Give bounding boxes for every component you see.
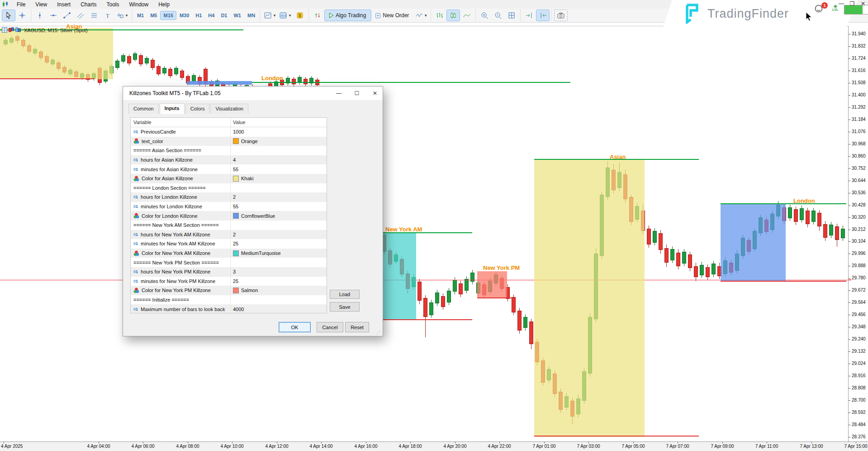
table-row[interactable]: 01Maximum number of bars to look back400… xyxy=(131,304,327,313)
notifications-icon[interactable]: 1 xyxy=(814,4,826,15)
trendline-icon[interactable] xyxy=(61,10,73,21)
table-row[interactable]: ====== New York AM Section ====== xyxy=(131,221,327,230)
crosshair-icon[interactable] xyxy=(16,10,28,21)
shift-end-icon[interactable] xyxy=(536,10,549,21)
horizontal-line-icon[interactable] xyxy=(47,10,60,21)
zoom-in-icon[interactable] xyxy=(478,10,491,21)
table-row[interactable]: 01minutes for New York AM Killzone25 xyxy=(131,239,327,249)
param-value-cell[interactable]: 25 xyxy=(230,239,327,249)
text-icon[interactable]: T xyxy=(101,10,114,21)
tab-visualization[interactable]: Visualization xyxy=(210,104,248,114)
timeframe-d1[interactable]: D1 xyxy=(218,11,230,19)
menu-item-view[interactable]: View xyxy=(30,1,52,8)
table-row[interactable]: Color for New York AM KillzoneMediumTurq… xyxy=(131,249,327,258)
algo-trading-button[interactable]: Algo Trading xyxy=(325,10,371,21)
zoom-out-icon[interactable] xyxy=(492,10,504,21)
template-icon[interactable]: ▼ xyxy=(278,10,293,21)
table-row[interactable]: 01minutes for New York PM Killzone25 xyxy=(131,277,327,286)
menu-item-help[interactable]: Help xyxy=(153,1,175,8)
load-button[interactable]: Load xyxy=(330,290,360,299)
dollar-icon[interactable]: $ xyxy=(294,10,306,21)
param-value-cell[interactable]: MediumTurquoise xyxy=(230,249,327,258)
dialog-maximize-button[interactable]: ☐ xyxy=(354,90,360,96)
shapes-icon[interactable]: ▼ xyxy=(115,10,129,21)
param-value-cell[interactable] xyxy=(230,295,327,305)
save-button[interactable]: Save xyxy=(330,302,360,312)
timeframe-mn[interactable]: MN xyxy=(245,11,258,19)
camera-icon[interactable] xyxy=(554,10,568,21)
param-value-cell[interactable]: 4 xyxy=(230,155,327,165)
menu-item-insert[interactable]: Insert xyxy=(52,1,76,8)
tab-common[interactable]: Common xyxy=(128,104,159,114)
table-row[interactable]: ====== Initialize ====== xyxy=(131,295,327,305)
bars-chart-icon[interactable] xyxy=(433,10,446,21)
price-axis[interactable]: 31.94031.83231.72431.61631.50831.40031.2… xyxy=(848,26,868,441)
fibonacci-icon[interactable] xyxy=(88,10,100,21)
table-row[interactable]: 01hours for New York AM Killzone2 xyxy=(131,230,327,240)
timeframe-h1[interactable]: H1 xyxy=(193,11,204,19)
param-value-cell[interactable] xyxy=(230,146,327,155)
timeframe-m15[interactable]: M15 xyxy=(161,11,175,19)
cancel-button[interactable]: Cancel xyxy=(317,322,343,332)
one-click-trading-icon[interactable] xyxy=(9,26,14,34)
table-row[interactable]: Color for New York PM KillzoneSalmon xyxy=(131,286,327,295)
table-row[interactable]: 01hours for Asian Killzone4 xyxy=(131,155,327,165)
shift-right-icon[interactable] xyxy=(523,10,536,21)
zigzag-icon[interactable]: ▼ xyxy=(415,10,428,21)
param-value-cell[interactable]: Khaki xyxy=(230,174,327,183)
tile-windows-icon[interactable] xyxy=(505,10,518,21)
param-value-cell[interactable] xyxy=(230,258,327,267)
menu-item-file[interactable]: File xyxy=(12,1,30,8)
menu-item-window[interactable]: Window xyxy=(124,1,154,8)
table-row[interactable]: 01hours for London Killzone2 xyxy=(131,192,327,202)
param-value-cell[interactable]: 2 xyxy=(230,192,327,202)
reset-button[interactable]: Reset xyxy=(345,322,369,332)
table-row[interactable]: Color for Asian KillzoneKhaki xyxy=(131,174,327,183)
dialog-minimize-button[interactable]: — xyxy=(336,90,342,96)
param-value-cell[interactable]: 55 xyxy=(230,202,327,211)
chart-type-icon[interactable]: ▼ xyxy=(263,10,277,21)
dialog-close-button[interactable]: ✕ xyxy=(372,90,378,96)
tab-colors[interactable]: Colors xyxy=(185,104,210,114)
channel-icon[interactable] xyxy=(74,10,87,21)
timeframe-m5[interactable]: M5 xyxy=(147,11,160,19)
table-row[interactable]: 01minutes for Asian Killzone55 xyxy=(131,164,327,174)
table-row[interactable]: Color for London KillzoneCornflowerBlue xyxy=(131,211,327,221)
param-value-cell[interactable] xyxy=(230,221,327,230)
vertical-line-icon[interactable] xyxy=(33,10,46,21)
table-row[interactable]: 01PreviousCandle1000 xyxy=(131,127,327,137)
timeframe-h4[interactable]: H4 xyxy=(205,11,217,19)
candles-chart-icon[interactable] xyxy=(447,10,460,21)
line-chart-icon[interactable] xyxy=(460,10,473,21)
table-row[interactable]: 01hours for New York PM Killzone3 xyxy=(131,267,327,277)
param-value-cell[interactable]: 1000 xyxy=(230,127,327,137)
menu-item-tools[interactable]: Tools xyxy=(102,1,124,8)
table-row[interactable]: ====== New York PM Section ====== xyxy=(131,258,327,267)
depth-of-market-icon[interactable] xyxy=(2,26,7,34)
param-value-cell[interactable]: CornflowerBlue xyxy=(230,211,327,221)
table-row[interactable]: ====== Asian Section ====== xyxy=(131,146,327,155)
table-row[interactable]: ====== London Section ====== xyxy=(131,183,327,193)
timeframe-m30[interactable]: M30 xyxy=(177,11,192,19)
param-value-cell[interactable]: 55 xyxy=(230,164,327,174)
param-value-cell[interactable]: Orange xyxy=(230,137,327,146)
window-close-button[interactable]: ✕ xyxy=(860,0,866,7)
window-minimize-button[interactable]: — xyxy=(838,0,844,7)
resize-grip[interactable]: ⋰ xyxy=(376,330,381,335)
time-axis[interactable]: 4 Apr 20254 Apr 04:004 Apr 06:004 Apr 08… xyxy=(0,441,868,451)
timeframe-w1[interactable]: W1 xyxy=(231,11,244,19)
param-value-cell[interactable]: 25 xyxy=(230,277,327,286)
param-value-cell[interactable]: 3 xyxy=(230,267,327,277)
table-row[interactable]: text_colorOrange xyxy=(131,137,327,146)
chart-shift-icon[interactable] xyxy=(15,26,21,34)
menu-item-charts[interactable]: Charts xyxy=(76,1,101,8)
timeframe-m1[interactable]: M1 xyxy=(134,11,147,19)
window-restore-button[interactable]: ❐ xyxy=(849,0,855,7)
param-value-cell[interactable]: 2 xyxy=(230,230,327,240)
param-value-cell[interactable]: Salmon xyxy=(230,286,327,295)
table-row[interactable]: 01minutes for London Killzone55 xyxy=(131,202,327,211)
ok-button[interactable]: OK xyxy=(279,322,311,332)
param-value-cell[interactable] xyxy=(230,183,327,193)
tab-inputs[interactable]: Inputs xyxy=(160,103,185,114)
new-order-button[interactable]: New Order xyxy=(372,10,414,21)
